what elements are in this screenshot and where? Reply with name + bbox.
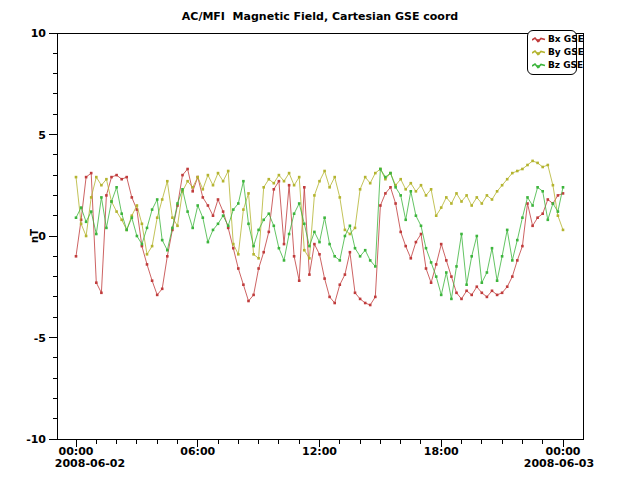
by-series-swatch-icon (532, 48, 546, 57)
bz-series-swatch-icon (532, 61, 546, 70)
legend-label-bx: Bx GSE (548, 33, 584, 46)
y-tick-label: 10 (31, 27, 47, 40)
x-tick-label: 06:00 (180, 445, 215, 458)
plot-window: 1050-5-10nT00:002008-06-0206:0012:0018:0… (0, 0, 640, 480)
x-axis: 00:002008-06-0206:0012:0018:0000:002008-… (55, 439, 594, 470)
bx-series-swatch-icon (532, 35, 546, 44)
x-tick-date-label: 2008-06-03 (524, 457, 594, 470)
chart-title: AC/MFI Magnetic Field, Cartesian GSE coo… (0, 10, 640, 23)
legend: Bx GSE By GSE Bz GSE (527, 30, 577, 75)
legend-label-by: By GSE (548, 46, 584, 59)
y-axis: 1050-5-10nT (26, 27, 57, 446)
series-bx-gse (75, 168, 565, 307)
legend-item-bx: Bx GSE (532, 33, 572, 46)
legend-label-bz: Bz GSE (548, 59, 583, 72)
x-tick-label: 18:00 (424, 445, 459, 458)
x-tick-date-label: 2008-06-02 (55, 457, 125, 470)
y-tick-label: -5 (34, 332, 46, 345)
x-tick-label: 12:00 (302, 445, 337, 458)
series-by-gse (75, 160, 565, 260)
y-tick-label: -10 (26, 433, 46, 446)
series-bz-gse (75, 168, 565, 301)
legend-item-bz: Bz GSE (532, 59, 572, 72)
y-tick-label: 5 (38, 129, 46, 142)
legend-item-by: By GSE (532, 46, 572, 59)
y-axis-label: nT (29, 229, 40, 243)
